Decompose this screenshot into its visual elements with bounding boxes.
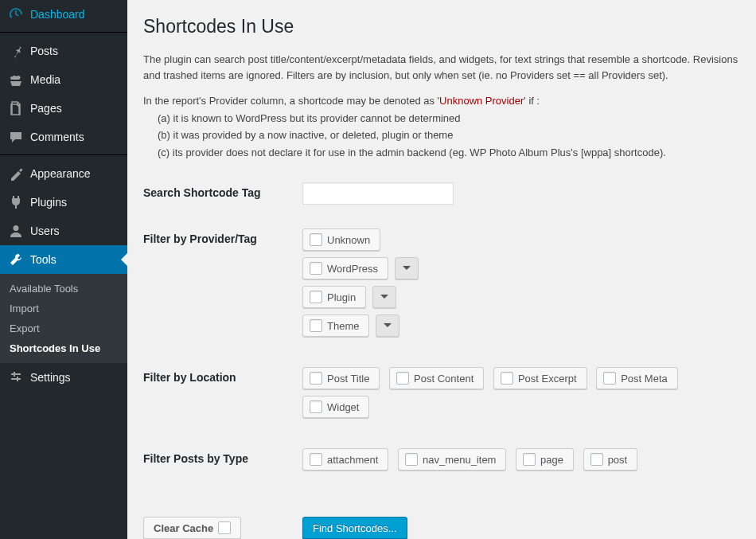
provider-theme[interactable]: Theme [302, 314, 369, 337]
provider-theme-label: Theme [327, 320, 359, 332]
location-post-title[interactable]: Post Title [302, 367, 380, 389]
dashboard-icon [8, 6, 24, 22]
intro2-post: ' if : [524, 95, 540, 107]
location-filter-label: Filter by Location [143, 359, 302, 440]
menu-comments[interactable]: Comments [0, 123, 127, 151]
location-post-content[interactable]: Post Content [389, 367, 484, 389]
provider-unknown-checkbox[interactable] [310, 233, 322, 246]
provider-unknown[interactable]: Unknown [302, 228, 380, 251]
menu-label: Plugins [30, 196, 67, 209]
menu-media[interactable]: Media [0, 65, 127, 94]
user-icon [8, 223, 24, 239]
intro2-a: (a) it is known to WordPress but its pro… [143, 111, 740, 127]
filter-form: Search Shortcode Tag Filter by Provider/… [143, 174, 740, 539]
unknown-provider-label: Unknown Provider [439, 95, 524, 107]
provider-theme-checkbox[interactable] [310, 319, 322, 332]
comment-icon [8, 129, 24, 145]
posttype-attachment-label: attachment [327, 454, 378, 466]
menu-label: Dashboard [30, 8, 85, 21]
find-shortcodes-label: Find Shortcodes... [313, 522, 397, 534]
provider-plugin-checkbox[interactable] [310, 291, 322, 303]
location-post-excerpt[interactable]: Post Excerpt [493, 367, 587, 389]
location-widget-label: Widget [327, 401, 359, 413]
posttype-filter-label: Filter Posts by Type [143, 440, 302, 493]
submenu-export[interactable]: Export [0, 318, 127, 338]
location-widget[interactable]: Widget [302, 396, 369, 418]
menu-label: Comments [30, 131, 84, 143]
location-post-excerpt-label: Post Excerpt [518, 373, 577, 385]
menu-separator [0, 29, 127, 33]
tool-icon [8, 252, 24, 268]
intro-paragraph-2: In the report's Provider column, a short… [143, 93, 740, 160]
menu-label: Tools [30, 253, 57, 266]
menu-label: Pages [30, 102, 62, 115]
posttype-nav-menu-item-checkbox[interactable] [405, 453, 418, 466]
menu-appearance[interactable]: Appearance [0, 159, 127, 188]
location-post-title-checkbox[interactable] [310, 372, 322, 385]
location-widget-checkbox[interactable] [310, 400, 322, 413]
menu-label: Media [30, 73, 60, 86]
menu-tools[interactable]: Tools [0, 245, 127, 274]
clear-cache-button[interactable]: Clear Cache [143, 517, 241, 539]
search-shortcode-input[interactable] [302, 182, 454, 205]
menu-plugins[interactable]: Plugins [0, 188, 127, 217]
media-icon [8, 72, 24, 88]
provider-wordpress-expand[interactable] [395, 257, 419, 279]
main-content: Shortcodes In Use The plugin can search … [127, 0, 756, 539]
location-post-meta[interactable]: Post Meta [596, 367, 678, 389]
posttype-page-label: page [540, 454, 563, 466]
menu-separator [0, 151, 127, 155]
menu-users[interactable]: Users [0, 217, 127, 245]
provider-wordpress-checkbox[interactable] [310, 262, 322, 275]
menu-settings[interactable]: Settings [0, 363, 127, 392]
admin-sidebar: Dashboard Posts Media Pages Comments App… [0, 0, 127, 539]
submenu-shortcodes-in-use[interactable]: Shortcodes In Use [0, 338, 127, 358]
posttype-attachment-checkbox[interactable] [310, 453, 322, 466]
submenu-available-tools[interactable]: Available Tools [0, 279, 127, 299]
location-post-meta-checkbox[interactable] [603, 372, 616, 385]
clear-cache-label: Clear Cache [154, 522, 213, 534]
provider-unknown-label: Unknown [327, 234, 370, 246]
provider-plugin[interactable]: Plugin [302, 286, 366, 308]
appearance-icon [8, 166, 24, 182]
find-shortcodes-button[interactable]: Find Shortcodes... [302, 517, 407, 539]
posttype-post[interactable]: post [583, 448, 638, 471]
provider-theme-expand[interactable] [376, 314, 399, 337]
posttype-nav-menu-item[interactable]: nav_menu_item [398, 448, 507, 471]
location-post-title-label: Post Title [327, 373, 369, 385]
provider-plugin-label: Plugin [327, 291, 356, 303]
intro-paragraph-1: The plugin can search post title/content… [143, 52, 740, 83]
intro2-c: (c) its provider does not declare it for… [143, 145, 740, 161]
provider-wordpress[interactable]: WordPress [302, 257, 388, 279]
menu-posts[interactable]: Posts [0, 37, 127, 65]
menu-label: Settings [30, 371, 71, 384]
provider-plugin-expand[interactable] [372, 286, 396, 308]
clear-cache-checkbox[interactable] [218, 521, 231, 534]
location-post-content-checkbox[interactable] [396, 372, 409, 385]
location-post-excerpt-checkbox[interactable] [501, 372, 513, 385]
settings-icon [8, 369, 24, 385]
menu-pages[interactable]: Pages [0, 94, 127, 123]
posttype-post-label: post [608, 454, 628, 466]
tools-submenu: Available Tools Import Export Shortcodes… [0, 274, 127, 363]
provider-wordpress-label: WordPress [327, 263, 378, 275]
posttype-attachment[interactable]: attachment [302, 448, 388, 471]
location-post-meta-label: Post Meta [621, 373, 668, 385]
intro2-pre: In the report's Provider column, a short… [143, 95, 439, 107]
plugin-icon [8, 194, 24, 210]
menu-label: Users [30, 225, 60, 237]
provider-filter-label: Filter by Provider/Tag [143, 221, 302, 359]
posttype-page-checkbox[interactable] [523, 453, 536, 466]
menu-label: Posts [30, 45, 58, 57]
page-title: Shortcodes In Use [143, 8, 740, 41]
location-post-content-label: Post Content [414, 373, 473, 385]
submenu-import[interactable]: Import [0, 299, 127, 318]
intro2-b: (b) it was provided by a now inactive, o… [143, 127, 740, 143]
menu-dashboard[interactable]: Dashboard [0, 0, 127, 29]
posttype-page[interactable]: page [516, 448, 574, 471]
pin-icon [8, 43, 24, 59]
posttype-nav-menu-item-label: nav_menu_item [423, 454, 497, 466]
intro-text: The plugin can search post title/content… [143, 52, 740, 160]
posttype-post-checkbox[interactable] [590, 453, 603, 466]
search-label: Search Shortcode Tag [143, 174, 302, 221]
